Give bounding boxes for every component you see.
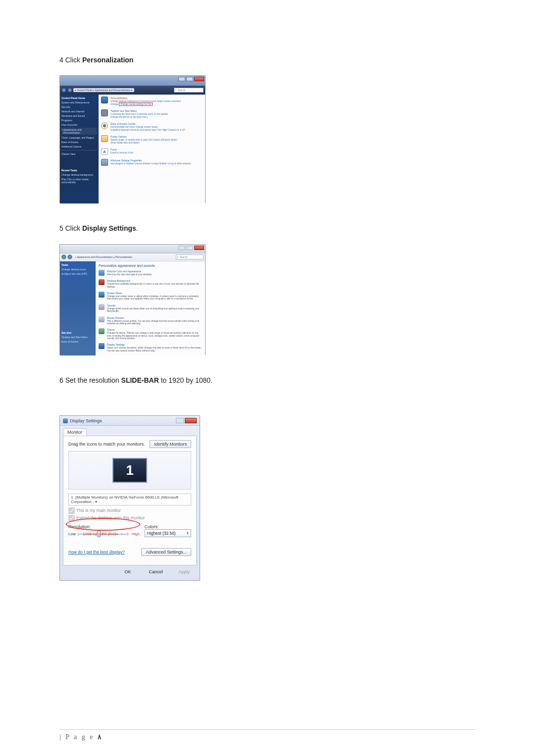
- dialog-icon: [63, 418, 68, 423]
- back-button[interactable]: [61, 254, 66, 259]
- sidebar-recent-heading: Recent Tasks: [61, 169, 97, 172]
- control-panel-sidebar: Control Panel Home System and Maintenanc…: [60, 95, 99, 203]
- personalization-link[interactable]: Personalization: [110, 97, 203, 100]
- minimize-button[interactable]: [178, 246, 185, 250]
- sidebar-recent-item[interactable]: Change desktop background: [61, 173, 97, 176]
- apply-button[interactable]: Apply: [171, 568, 197, 575]
- desktop-background-icon: [99, 279, 105, 285]
- page-footer: | P a g e ٨: [59, 729, 476, 741]
- theme-link[interactable]: Theme: [107, 328, 202, 331]
- extend-desktop-checkbox[interactable]: Extend the desktop onto this monitor: [68, 515, 191, 521]
- forward-button[interactable]: [67, 254, 72, 259]
- sidebar-item[interactable]: System and Maintenance: [61, 101, 97, 104]
- sidebar-task-item[interactable]: ⚙ Adjust font size (DPI): [61, 272, 94, 275]
- monitor-arrangement-area[interactable]: 1: [68, 451, 191, 490]
- sidebar-heading: Control Panel Home: [61, 97, 97, 100]
- sidebar-properties-icon: [101, 159, 108, 166]
- minimize-button[interactable]: [178, 77, 185, 81]
- dialog-titlebar: Display Settings: [60, 416, 200, 426]
- sidebar-item[interactable]: Ease of Access: [61, 141, 97, 144]
- forward-button[interactable]: [67, 88, 72, 93]
- sounds-link[interactable]: Sounds: [107, 304, 202, 307]
- taskbar-icon: [101, 109, 108, 116]
- fonts-icon: A: [101, 148, 108, 155]
- close-button[interactable]: [194, 246, 204, 250]
- window-color-link[interactable]: Window Color and Appearance: [107, 270, 152, 273]
- slider-low-label: Low: [68, 532, 76, 536]
- folder-options-link[interactable]: Folder Options: [110, 135, 203, 138]
- sidebar-item[interactable]: Classic View: [61, 152, 97, 155]
- best-display-link[interactable]: How do I get the best display?: [68, 550, 125, 554]
- maximize-button[interactable]: [186, 246, 193, 250]
- display-settings-link[interactable]: Display Settings: [107, 343, 202, 346]
- close-button[interactable]: [194, 77, 204, 81]
- sidebar-see-also: See also: [61, 331, 94, 334]
- screen-saver-link[interactable]: Screen Saver: [107, 292, 202, 295]
- maximize-button[interactable]: [186, 77, 193, 81]
- sidebar-item-selected[interactable]: • Appearance and Personalization: [61, 128, 97, 135]
- step-4-text: 4 Click Personalization: [59, 54, 476, 65]
- monitor-select[interactable]: 1. (Multiple Monitors) on NVIDIA GeForce…: [68, 494, 191, 505]
- sidebar-see-item[interactable]: Ease of Access: [61, 340, 94, 343]
- mouse-pointers-icon: [99, 316, 105, 322]
- colors-label: Colors:: [145, 524, 191, 529]
- sidebar-heading: Tasks: [61, 263, 94, 266]
- window-titlebar: [60, 245, 205, 253]
- sidebar-item[interactable]: User Accounts: [61, 123, 97, 126]
- search-input[interactable]: ▾ Search: [174, 88, 204, 93]
- ok-button[interactable]: OK: [115, 568, 140, 575]
- close-button[interactable]: [185, 418, 197, 423]
- sidebar-task-item[interactable]: Change desktop icons: [61, 268, 94, 271]
- window-titlebar: [60, 76, 205, 86]
- back-button[interactable]: [61, 88, 66, 93]
- personalization-icon: [101, 97, 108, 103]
- advanced-settings-button[interactable]: Advanced Settings...: [141, 548, 191, 556]
- sidebar-item[interactable]: Network and Internet: [61, 110, 97, 113]
- step-5-text: 5 Click Display Settings.: [59, 223, 476, 234]
- ease-of-access-link[interactable]: Ease of Access Center: [110, 122, 203, 125]
- sidebar-item[interactable]: Clock, Language, and Region: [61, 136, 97, 139]
- sidebar-properties-link[interactable]: Windows Sidebar Properties: [110, 159, 203, 162]
- screen-saver-icon: [99, 292, 105, 298]
- screenshot-control-panel: ▸ Control Panel ▸ Appearance and Persona…: [59, 75, 206, 203]
- cancel-button[interactable]: Cancel: [143, 568, 168, 575]
- folder-options-icon: [101, 135, 108, 142]
- step-6-text: 6 Set the resolution SLIDE-BAR to 1920 b…: [59, 375, 476, 386]
- screenshot-display-settings-dialog: Display Settings Monitor Drag the icons …: [59, 415, 200, 581]
- annotation-text: 1200 by 1080 pixels: [83, 532, 118, 536]
- display-settings-icon: [99, 343, 105, 349]
- mouse-pointers-link[interactable]: Mouse Pointers: [107, 316, 202, 319]
- theme-icon: [99, 328, 105, 334]
- monitor-tab[interactable]: Monitor: [63, 428, 87, 436]
- fonts-link[interactable]: Fonts: [110, 148, 203, 151]
- window-color-icon: [99, 270, 105, 276]
- sidebar-item[interactable]: Security: [61, 105, 97, 108]
- taskbar-link[interactable]: Taskbar and Start Menu: [110, 109, 203, 112]
- breadcrumb[interactable]: ▸ Control Panel ▸ Appearance and Persona…: [73, 88, 134, 92]
- sidebar-item[interactable]: Hardware and Sound: [61, 114, 97, 117]
- help-button[interactable]: [176, 418, 184, 423]
- colors-dropdown[interactable]: Highest (32 bit)▾: [145, 529, 191, 537]
- screenshot-personalization: « Appearance and Personalization ▸ Perso…: [59, 244, 206, 355]
- sounds-icon: [99, 304, 105, 310]
- ease-of-access-icon: [101, 122, 108, 129]
- desktop-background-link[interactable]: Desktop Background: [107, 279, 202, 282]
- monitor-1-icon[interactable]: 1: [112, 458, 147, 483]
- tasks-sidebar: Tasks Change desktop icons ⚙ Adjust font…: [60, 261, 96, 355]
- slider-high-label: High: [131, 532, 139, 536]
- identify-monitors-button[interactable]: Identify Monitors: [150, 440, 191, 448]
- page-heading: Personalize appearance and sounds: [99, 264, 202, 267]
- resolution-label: Resolution:: [68, 524, 140, 529]
- search-input[interactable]: ▾ Search: [176, 254, 204, 259]
- sidebar-item[interactable]: Additional Options: [61, 145, 97, 148]
- sidebar-see-item[interactable]: Taskbar and Start Menu: [61, 336, 94, 339]
- sidebar-recent-item[interactable]: Play CDs or other media automatically: [61, 178, 97, 184]
- breadcrumb[interactable]: « Appearance and Personalization ▸ Perso…: [73, 255, 134, 259]
- sidebar-item[interactable]: Programs: [61, 119, 97, 122]
- drag-instruction: Drag the icons to match your monitors.: [68, 442, 145, 447]
- main-monitor-checkbox[interactable]: This is my main monitor: [68, 507, 191, 514]
- dialog-title: Display Settings: [70, 418, 102, 423]
